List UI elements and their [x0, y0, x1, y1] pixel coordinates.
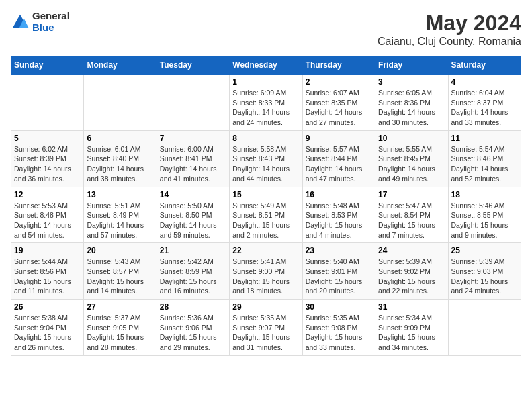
calendar-cell: 16Sunrise: 5:48 AM Sunset: 8:53 PM Dayli…	[302, 187, 375, 243]
day-number: 12	[14, 190, 81, 199]
day-number: 29	[232, 302, 299, 312]
day-content: Sunrise: 5:48 AM Sunset: 8:53 PM Dayligh…	[306, 201, 372, 240]
calendar-cell: 19Sunrise: 5:44 AM Sunset: 8:56 PM Dayli…	[11, 243, 84, 300]
day-number: 2	[306, 77, 372, 87]
header-day: Friday	[375, 56, 448, 75]
calendar-cell	[157, 75, 229, 131]
calendar-cell: 2Sunrise: 6:07 AM Sunset: 8:35 PM Daylig…	[302, 75, 375, 131]
day-number: 31	[378, 302, 445, 312]
calendar-cell: 30Sunrise: 5:35 AM Sunset: 9:08 PM Dayli…	[302, 300, 375, 356]
day-content: Sunrise: 5:47 AM Sunset: 8:54 PM Dayligh…	[378, 201, 445, 240]
day-content: Sunrise: 5:46 AM Sunset: 8:55 PM Dayligh…	[451, 201, 518, 240]
calendar-cell: 7Sunrise: 6:00 AM Sunset: 8:41 PM Daylig…	[157, 130, 229, 187]
day-number: 26	[14, 302, 81, 312]
calendar-table: SundayMondayTuesdayWednesdayThursdayFrid…	[11, 56, 521, 356]
day-number: 24	[378, 246, 445, 255]
header-day: Wednesday	[230, 56, 302, 75]
calendar-week-row: 1Sunrise: 6:09 AM Sunset: 8:33 PM Daylig…	[11, 75, 521, 131]
calendar-cell	[84, 75, 157, 131]
day-number: 7	[160, 134, 226, 143]
day-content: Sunrise: 5:35 AM Sunset: 9:07 PM Dayligh…	[232, 313, 299, 353]
day-number: 13	[87, 190, 153, 199]
calendar-cell: 11Sunrise: 5:54 AM Sunset: 8:46 PM Dayli…	[448, 130, 521, 187]
calendar-week-row: 5Sunrise: 6:02 AM Sunset: 8:39 PM Daylig…	[11, 130, 521, 187]
calendar-week-row: 19Sunrise: 5:44 AM Sunset: 8:56 PM Dayli…	[11, 243, 521, 300]
day-content: Sunrise: 5:53 AM Sunset: 8:48 PM Dayligh…	[14, 201, 81, 240]
day-content: Sunrise: 5:34 AM Sunset: 9:09 PM Dayligh…	[378, 313, 445, 353]
day-number: 9	[306, 134, 372, 143]
page-location: Caianu, Cluj County, Romania	[378, 36, 521, 48]
day-content: Sunrise: 5:42 AM Sunset: 8:59 PM Dayligh…	[160, 257, 226, 296]
calendar-cell: 17Sunrise: 5:47 AM Sunset: 8:54 PM Dayli…	[375, 187, 448, 243]
day-number: 16	[306, 190, 372, 199]
header-day: Thursday	[302, 56, 375, 75]
day-content: Sunrise: 5:37 AM Sunset: 9:05 PM Dayligh…	[87, 313, 153, 353]
calendar-cell: 1Sunrise: 6:09 AM Sunset: 8:33 PM Daylig…	[230, 75, 302, 131]
day-number: 22	[232, 246, 299, 255]
logo-blue-text: Blue	[32, 22, 70, 34]
calendar-cell: 10Sunrise: 5:55 AM Sunset: 8:45 PM Dayli…	[375, 130, 448, 187]
calendar-cell	[11, 75, 84, 131]
day-content: Sunrise: 6:09 AM Sunset: 8:33 PM Dayligh…	[232, 88, 299, 128]
calendar-cell: 14Sunrise: 5:50 AM Sunset: 8:50 PM Dayli…	[157, 187, 229, 243]
header-day: Monday	[84, 56, 157, 75]
day-number: 1	[232, 77, 299, 87]
day-content: Sunrise: 5:51 AM Sunset: 8:49 PM Dayligh…	[87, 201, 153, 240]
calendar-week-row: 12Sunrise: 5:53 AM Sunset: 8:48 PM Dayli…	[11, 187, 521, 243]
calendar-cell: 25Sunrise: 5:39 AM Sunset: 9:03 PM Dayli…	[448, 243, 521, 300]
day-content: Sunrise: 5:43 AM Sunset: 8:57 PM Dayligh…	[87, 257, 153, 296]
calendar-cell: 8Sunrise: 5:58 AM Sunset: 8:43 PM Daylig…	[230, 130, 302, 187]
day-content: Sunrise: 5:36 AM Sunset: 9:06 PM Dayligh…	[160, 313, 226, 353]
day-number: 10	[378, 134, 445, 143]
calendar-body: 1Sunrise: 6:09 AM Sunset: 8:33 PM Daylig…	[11, 75, 521, 356]
day-content: Sunrise: 5:54 AM Sunset: 8:46 PM Dayligh…	[451, 144, 518, 184]
calendar-cell: 4Sunrise: 6:04 AM Sunset: 8:37 PM Daylig…	[448, 75, 521, 131]
day-number: 5	[14, 134, 81, 143]
calendar-week-row: 26Sunrise: 5:38 AM Sunset: 9:04 PM Dayli…	[11, 300, 521, 356]
calendar-cell: 13Sunrise: 5:51 AM Sunset: 8:49 PM Dayli…	[84, 187, 157, 243]
day-number: 27	[87, 302, 153, 312]
page-header: General Blue May 2024 Caianu, Cluj Count…	[11, 11, 521, 48]
day-content: Sunrise: 5:55 AM Sunset: 8:45 PM Dayligh…	[378, 144, 445, 184]
calendar-cell: 21Sunrise: 5:42 AM Sunset: 8:59 PM Dayli…	[157, 243, 229, 300]
day-content: Sunrise: 5:41 AM Sunset: 9:00 PM Dayligh…	[232, 257, 299, 296]
calendar-cell	[448, 300, 521, 356]
day-content: Sunrise: 6:05 AM Sunset: 8:36 PM Dayligh…	[378, 88, 445, 128]
day-content: Sunrise: 5:40 AM Sunset: 9:01 PM Dayligh…	[306, 257, 372, 296]
calendar-cell: 9Sunrise: 5:57 AM Sunset: 8:44 PM Daylig…	[302, 130, 375, 187]
calendar-cell: 28Sunrise: 5:36 AM Sunset: 9:06 PM Dayli…	[157, 300, 229, 356]
calendar-cell: 3Sunrise: 6:05 AM Sunset: 8:36 PM Daylig…	[375, 75, 448, 131]
logo-general-text: General	[32, 11, 70, 22]
day-number: 11	[451, 134, 518, 143]
calendar-cell: 22Sunrise: 5:41 AM Sunset: 9:00 PM Dayli…	[230, 243, 302, 300]
day-number: 8	[232, 134, 299, 143]
page-title: May 2024	[378, 11, 521, 36]
calendar-cell: 26Sunrise: 5:38 AM Sunset: 9:04 PM Dayli…	[11, 300, 84, 356]
day-content: Sunrise: 6:00 AM Sunset: 8:41 PM Dayligh…	[160, 144, 226, 184]
calendar-header: SundayMondayTuesdayWednesdayThursdayFrid…	[11, 56, 521, 75]
day-number: 17	[378, 190, 445, 199]
calendar-cell: 12Sunrise: 5:53 AM Sunset: 8:48 PM Dayli…	[11, 187, 84, 243]
header-day: Saturday	[448, 56, 521, 75]
day-content: Sunrise: 5:57 AM Sunset: 8:44 PM Dayligh…	[306, 144, 372, 184]
day-number: 23	[306, 246, 372, 255]
logo: General Blue	[11, 11, 70, 33]
day-content: Sunrise: 5:35 AM Sunset: 9:08 PM Dayligh…	[306, 313, 372, 353]
day-number: 25	[451, 246, 518, 255]
day-number: 30	[306, 302, 372, 312]
day-content: Sunrise: 5:39 AM Sunset: 9:02 PM Dayligh…	[378, 257, 445, 296]
calendar-cell: 31Sunrise: 5:34 AM Sunset: 9:09 PM Dayli…	[375, 300, 448, 356]
logo-text: General Blue	[32, 11, 70, 33]
day-content: Sunrise: 5:50 AM Sunset: 8:50 PM Dayligh…	[160, 201, 226, 240]
day-content: Sunrise: 5:58 AM Sunset: 8:43 PM Dayligh…	[232, 144, 299, 184]
day-number: 21	[160, 246, 226, 255]
calendar-cell: 5Sunrise: 6:02 AM Sunset: 8:39 PM Daylig…	[11, 130, 84, 187]
logo-icon	[11, 13, 30, 32]
day-content: Sunrise: 5:38 AM Sunset: 9:04 PM Dayligh…	[14, 313, 81, 353]
day-content: Sunrise: 6:04 AM Sunset: 8:37 PM Dayligh…	[451, 88, 518, 128]
header-day: Sunday	[11, 56, 84, 75]
day-number: 4	[451, 77, 518, 87]
day-number: 6	[87, 134, 153, 143]
day-content: Sunrise: 5:39 AM Sunset: 9:03 PM Dayligh…	[451, 257, 518, 296]
calendar-cell: 20Sunrise: 5:43 AM Sunset: 8:57 PM Dayli…	[84, 243, 157, 300]
